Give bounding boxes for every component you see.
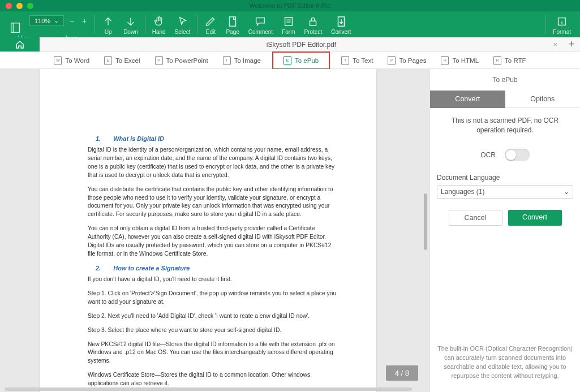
chevron-down-icon: ⌄ (564, 188, 569, 196)
to-image-button[interactable]: ITo Image (220, 54, 264, 67)
image-icon: I (223, 56, 231, 65)
panel-tabs: Convert Options (430, 91, 580, 108)
main-area: 1.What is Digital ID Digital ID is the i… (0, 69, 580, 392)
close-tab-icon[interactable]: × (553, 40, 557, 49)
pdf-page: 1.What is Digital ID Digital ID is the i… (40, 69, 376, 392)
window-controls (0, 3, 33, 9)
toolbar-separator (145, 15, 145, 34)
to-powerpoint-button[interactable]: PTo PowerPoint (152, 54, 212, 67)
to-rtf-button[interactable]: RTo RTF (490, 54, 530, 67)
page-icon (226, 15, 239, 28)
horizontal-scrollbar[interactable] (5, 387, 412, 391)
word-icon: W (54, 56, 62, 65)
svg-rect-3 (285, 18, 292, 26)
text-icon: T (341, 56, 349, 65)
tab-options[interactable]: Options (505, 91, 581, 108)
tab-convert[interactable]: Convert (430, 91, 505, 108)
paragraph: You can not only obtain a digital ID fro… (88, 225, 337, 259)
rtf-icon: R (493, 56, 501, 65)
maximize-window[interactable] (27, 3, 33, 9)
tab-bar: iSkysoft PDF Editor.pdf × + (0, 37, 580, 52)
cursor-icon (177, 15, 189, 28)
add-tab-button[interactable]: + (563, 37, 580, 51)
convert-action-button[interactable]: Convert (508, 210, 562, 226)
convert-icon (335, 15, 347, 28)
zoom-out-button[interactable]: − (67, 16, 76, 25)
toolbar-view-group: 110%⌄ − + ViewZoom (5, 8, 92, 41)
minimize-window[interactable] (16, 3, 23, 9)
form-button[interactable]: Form (277, 11, 299, 37)
svg-rect-2 (230, 17, 236, 27)
form-icon (282, 15, 295, 28)
ocr-message: This is not a scanned PDF, no OCR operat… (437, 116, 573, 135)
excel-icon: E (104, 56, 112, 65)
chevron-down-icon: ⌄ (54, 17, 59, 24)
ppt-icon: P (155, 56, 163, 65)
cancel-button[interactable]: Cancel (449, 210, 502, 226)
main-toolbar: 110%⌄ − + ViewZoom Up Down Hand Select E… (0, 11, 580, 37)
vertical-scrollbar[interactable] (424, 193, 427, 250)
epub-icon: E (283, 56, 291, 65)
to-word-button[interactable]: WTo Word (50, 54, 93, 67)
home-icon (15, 40, 25, 50)
paragraph: If you don't have a digital ID, you'll n… (88, 275, 337, 284)
convert-targets-bar: WTo Word ETo Excel PTo PowerPoint ITo Im… (0, 52, 580, 69)
paragraph: Windows Certificate Store—Stores the dig… (88, 371, 337, 388)
zoom-group: 110%⌄ − + (29, 15, 89, 26)
page-button[interactable]: Page (221, 11, 243, 37)
title-bar: Welcome to PDF Editor 6 Pro (0, 0, 580, 11)
document-viewer[interactable]: 1.What is Digital ID Digital ID is the i… (0, 69, 429, 392)
down-button[interactable]: Down (119, 11, 143, 37)
down-arrow-icon (124, 15, 137, 28)
to-pages-button[interactable]: PTo Pages (384, 54, 429, 67)
comment-button[interactable]: Comment (244, 11, 277, 37)
zoom-in-button[interactable]: + (80, 16, 89, 25)
ocr-toggle[interactable] (505, 149, 530, 161)
html-icon: H (441, 56, 449, 65)
convert-button[interactable]: Convert (326, 11, 355, 37)
language-select[interactable]: Languages (1)⌄ (437, 185, 573, 199)
app-title: Welcome to PDF Editor 6 Pro (249, 2, 330, 9)
panel-buttons: Cancel Convert (437, 210, 573, 226)
hand-button[interactable]: Hand (148, 11, 170, 37)
up-button[interactable]: Up (97, 11, 119, 37)
panel-footer-text: The built-in OCR (Optical Character Reco… (430, 338, 580, 392)
to-excel-button[interactable]: ETo Excel (101, 54, 143, 67)
svg-rect-0 (11, 23, 20, 32)
paragraph: New PKCS#12 digital ID file—Stores the d… (88, 341, 337, 366)
select-button[interactable]: Select (170, 11, 195, 37)
home-button[interactable] (0, 37, 40, 51)
edit-icon (204, 15, 217, 28)
to-html-button[interactable]: HTo HTML (437, 54, 482, 67)
ocr-label: OCR (480, 151, 496, 159)
view-button[interactable] (5, 8, 26, 34)
page-indicator: 4 / 8 (386, 365, 418, 381)
svg-rect-6 (310, 21, 316, 25)
edit-button[interactable]: Edit (200, 11, 221, 37)
document-tab[interactable]: iSkysoft PDF Editor.pdf × (40, 37, 563, 51)
protect-button[interactable]: Protect (299, 11, 326, 37)
comment-icon (254, 15, 267, 28)
info-icon (556, 15, 568, 28)
toggle-knob (506, 150, 516, 160)
paragraph: Step 2. Next you'll need to 'Add Digital… (88, 312, 337, 321)
paragraph: Step 1. Click on 'Protect'>'Sign Documen… (88, 290, 337, 307)
toolbar-separator (197, 15, 197, 34)
close-window[interactable] (6, 3, 12, 9)
zoom-dropdown[interactable]: 110%⌄ (29, 15, 64, 26)
side-panel: To ePub Convert Options This is not a sc… (429, 69, 580, 392)
heading-2: 2.How to create a Signature (96, 264, 337, 273)
paragraph: Digital ID is the identity of a person/o… (88, 146, 337, 180)
lock-icon (307, 15, 319, 28)
to-epub-button[interactable]: ETo ePub (272, 51, 330, 70)
panel-title: To ePub (430, 69, 580, 91)
hand-icon (153, 15, 165, 28)
heading-1: 1.What is Digital ID (96, 135, 337, 144)
to-text-button[interactable]: TTo Text (338, 54, 376, 67)
format-button[interactable]: Format (548, 11, 575, 37)
toolbar-separator (94, 15, 95, 34)
view-icon (9, 21, 22, 34)
toolbar-separator (545, 15, 546, 34)
ocr-row: OCR (437, 149, 573, 161)
paragraph: You can distribute the certificate that … (88, 186, 337, 219)
